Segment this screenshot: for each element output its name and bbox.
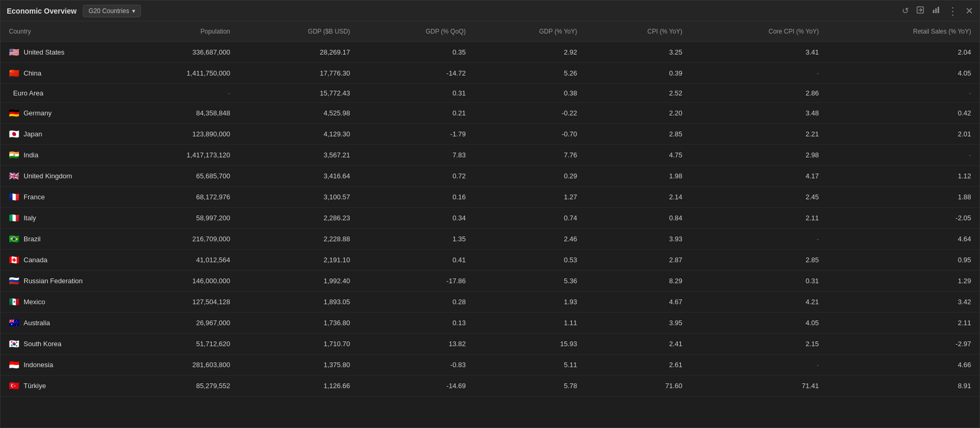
gdp-yoy-cell: -0.70: [474, 124, 586, 145]
titlebar: Economic Overview G20 Countries ▾ ↺: [1, 1, 979, 22]
country-name: 🇷🇺 Russian Federation: [9, 276, 107, 286]
country-label: France: [24, 193, 45, 201]
col-population[interactable]: Population: [116, 22, 238, 42]
chart-icon[interactable]: [932, 6, 940, 16]
retail-sales-cell: 1.88: [827, 187, 979, 208]
retail-sales-cell: 4.64: [827, 229, 979, 250]
country-label: Canada: [24, 256, 48, 264]
population-cell: 51,712,620: [116, 334, 238, 355]
country-label: Japan: [24, 130, 42, 138]
gdp-qoq-cell: -14.69: [358, 376, 474, 397]
gdp-qoq-cell: 13.82: [358, 334, 474, 355]
country-label: Australia: [24, 319, 50, 327]
population-cell: -: [116, 84, 238, 103]
window-title: Economic Overview: [7, 7, 77, 15]
cpi-yoy-cell: 2.87: [585, 250, 691, 271]
more-icon[interactable]: ⋮: [948, 5, 958, 17]
cpi-yoy-cell: 2.61: [585, 355, 691, 376]
country-flag: 🇰🇷: [9, 339, 19, 349]
retail-sales-cell: 8.91: [827, 376, 979, 397]
col-gdp-yoy[interactable]: GDP (% YoY): [474, 22, 586, 42]
core-cpi-cell: 2.86: [691, 84, 827, 103]
col-country[interactable]: Country: [1, 22, 116, 42]
country-label: South Korea: [24, 340, 61, 348]
svg-rect-1: [933, 10, 934, 13]
core-cpi-cell: 0.31: [691, 271, 827, 292]
gdp-b-cell: 4,129.30: [238, 124, 358, 145]
population-cell: 41,012,564: [116, 250, 238, 271]
table-row: 🇬🇧 United Kingdom 65,685,7003,416.640.72…: [1, 166, 979, 187]
country-name: 🇰🇷 South Korea: [9, 339, 107, 349]
close-button[interactable]: ✕: [965, 5, 973, 17]
cpi-yoy-cell: 0.39: [585, 63, 691, 84]
country-flag: 🇨🇦: [9, 255, 19, 265]
table-row: 🇷🇺 Russian Federation 146,000,0001,992.4…: [1, 271, 979, 292]
table-row: 🇨🇦 Canada 41,012,5642,191.100.410.532.87…: [1, 250, 979, 271]
population-cell: 65,685,700: [116, 166, 238, 187]
population-cell: 336,687,000: [116, 42, 238, 63]
core-cpi-cell: 3.48: [691, 103, 827, 124]
country-name: 🇮🇹 Italy: [9, 213, 107, 223]
population-cell: 1,411,750,000: [116, 63, 238, 84]
col-gdp-b[interactable]: GDP ($B USD): [238, 22, 358, 42]
cpi-yoy-cell: 2.52: [585, 84, 691, 103]
country-name: 🇦🇺 Australia: [9, 318, 107, 328]
gdp-yoy-cell: 7.76: [474, 145, 586, 166]
filter-button[interactable]: G20 Countries ▾: [83, 5, 141, 17]
country-label: Italy: [24, 214, 36, 222]
population-cell: 68,172,976: [116, 187, 238, 208]
population-cell: 127,504,128: [116, 292, 238, 313]
gdp-b-cell: 17,776.30: [238, 63, 358, 84]
population-cell: 26,967,000: [116, 313, 238, 334]
dash-value: -: [969, 151, 971, 159]
cpi-yoy-cell: 2.20: [585, 103, 691, 124]
country-name: 🇮🇳 India: [9, 150, 107, 160]
core-cpi-cell: 71.41: [691, 376, 827, 397]
core-cpi-cell: 2.21: [691, 124, 827, 145]
svg-rect-3: [938, 7, 939, 13]
country-flag: 🇲🇽: [9, 297, 19, 307]
table-row: 🇩🇪 Germany 84,358,8484,525.980.21-0.222.…: [1, 103, 979, 124]
export-icon[interactable]: [916, 6, 924, 16]
col-cpi-yoy[interactable]: CPI (% YoY): [585, 22, 691, 42]
gdp-b-cell: 1,126.66: [238, 376, 358, 397]
country-label: Germany: [24, 109, 51, 117]
country-label: United Kingdom: [24, 172, 72, 180]
col-core-cpi[interactable]: Core CPI (% YoY): [691, 22, 827, 42]
table-row: 🇦🇺 Australia 26,967,0001,736.800.131.113…: [1, 313, 979, 334]
cpi-yoy-cell: 3.95: [585, 313, 691, 334]
country-name: 🇫🇷 France: [9, 192, 107, 202]
col-gdp-qoq[interactable]: GDP (% QoQ): [358, 22, 474, 42]
cpi-yoy-cell: 4.67: [585, 292, 691, 313]
population-cell: 281,603,800: [116, 355, 238, 376]
table-row: 🇨🇳 China 1,411,750,00017,776.30-14.725.2…: [1, 63, 979, 84]
col-retail-sales[interactable]: Retail Sales (% YoY): [827, 22, 979, 42]
core-cpi-cell: 2.98: [691, 145, 827, 166]
core-cpi-cell: 2.15: [691, 334, 827, 355]
gdp-b-cell: 2,191.10: [238, 250, 358, 271]
country-cell: 🇮🇳 India: [1, 145, 116, 166]
retail-sales-cell: 2.11: [827, 313, 979, 334]
table-row: Euro Area -15,772.430.310.382.522.86-: [1, 84, 979, 103]
gdp-qoq-cell: 1.35: [358, 229, 474, 250]
country-name: 🇩🇪 Germany: [9, 108, 107, 118]
table-row: 🇮🇹 Italy 58,997,2002,286.230.340.740.842…: [1, 208, 979, 229]
country-flag: 🇮🇩: [9, 360, 19, 370]
country-cell: 🇨🇳 China: [1, 63, 116, 84]
table-container: Country Population GDP ($B USD) GDP (% Q…: [1, 22, 979, 427]
dash-value: -: [816, 235, 819, 243]
table-row: 🇰🇷 South Korea 51,712,6201,710.7013.8215…: [1, 334, 979, 355]
country-flag: 🇫🇷: [9, 192, 19, 202]
retail-sales-cell: -2.05: [827, 208, 979, 229]
gdp-qoq-cell: -17.86: [358, 271, 474, 292]
gdp-yoy-cell: 1.27: [474, 187, 586, 208]
gdp-b-cell: 1,992.40: [238, 271, 358, 292]
gdp-yoy-cell: 5.78: [474, 376, 586, 397]
gdp-b-cell: 28,269.17: [238, 42, 358, 63]
country-name: 🇲🇽 Mexico: [9, 297, 107, 307]
gdp-b-cell: 3,100.57: [238, 187, 358, 208]
country-name: 🇨🇦 Canada: [9, 255, 107, 265]
country-label: Mexico: [24, 298, 45, 306]
gdp-b-cell: 4,525.98: [238, 103, 358, 124]
refresh-icon[interactable]: ↺: [902, 6, 909, 16]
